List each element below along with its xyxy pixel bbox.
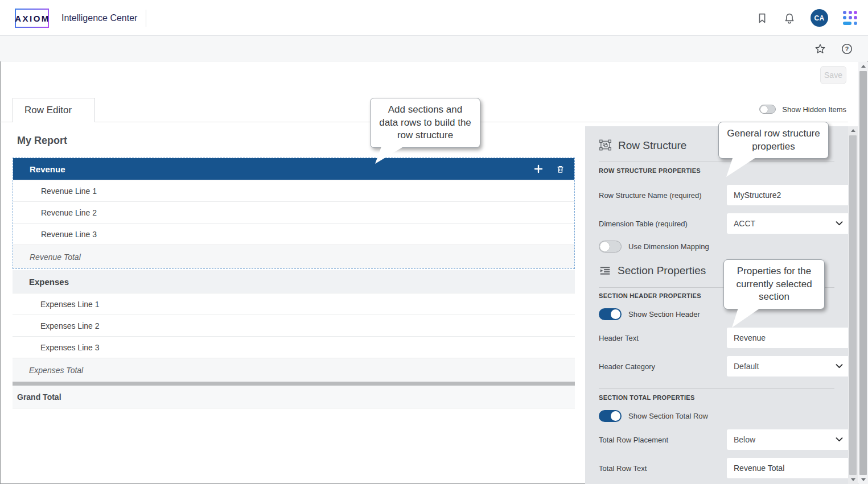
delete-section-trash-icon[interactable] (554, 163, 566, 175)
row-structure-name-field: Row Structure Name (required) (599, 185, 836, 205)
section-revenue: Revenue Revenue Line 1 Revenue Line 2 Re… (13, 158, 575, 269)
grand-total-divider (13, 382, 575, 386)
user-avatar[interactable]: CA (811, 9, 828, 27)
axiom-logo-inner: AXIOM (16, 10, 48, 27)
data-row[interactable]: Expenses Line 1 (13, 293, 575, 315)
show-section-header-toggle[interactable] (599, 308, 622, 320)
row-structure-heading: Row Structure (599, 139, 686, 152)
toggle-knob (611, 309, 620, 319)
scroll-up-arrow[interactable] (848, 126, 858, 135)
header-category-select[interactable]: Default (727, 356, 850, 377)
show-section-header-label: Show Section Header (628, 310, 700, 318)
scroll-down-arrow[interactable] (858, 475, 868, 484)
header-icons: CA (756, 0, 858, 36)
section-actions (532, 163, 566, 175)
total-row-placement-label: Total Row Placement (599, 429, 668, 450)
show-hidden-items-toggle[interactable] (759, 105, 776, 114)
report-title: My Report (17, 135, 67, 147)
scroll-up-arrow[interactable] (858, 62, 868, 71)
dimension-table-label: Dimension Table (required) (599, 213, 688, 234)
chevron-down-icon (836, 437, 843, 442)
apps-grid-dots (843, 11, 858, 26)
bookmark-icon[interactable] (756, 12, 768, 24)
total-row-text-label: Total Row Text (599, 458, 647, 478)
callout-general-properties: General row structure properties (718, 122, 829, 159)
add-row-icon[interactable] (532, 163, 545, 175)
data-row[interactable]: Expenses Line 3 (13, 336, 575, 358)
panel-divider (599, 162, 834, 162)
section-total-row[interactable]: Revenue Total (13, 245, 574, 268)
row-structure-name-input[interactable] (727, 185, 850, 205)
panel-scrollbar[interactable] (848, 126, 858, 484)
use-dimension-mapping-label: Use Dimension Mapping (628, 242, 709, 251)
chevron-down-icon (836, 221, 843, 226)
show-hidden-items-control: Show Hidden Items (759, 105, 846, 114)
chevron-down-icon (836, 364, 843, 369)
axiom-logo[interactable]: AXIOM (15, 9, 49, 28)
toggle-knob (760, 106, 768, 113)
show-section-total-row-toggle[interactable] (599, 410, 622, 422)
axiom-logo-text: AXIOM (14, 14, 50, 23)
section-header-row-expenses[interactable]: Expenses (13, 270, 575, 293)
dimension-table-value: ACCT (734, 219, 755, 228)
grand-total-row[interactable]: Grand Total (13, 386, 575, 408)
data-row[interactable]: Revenue Line 3 (13, 223, 574, 245)
save-button[interactable]: Save (820, 66, 846, 84)
data-row[interactable]: Revenue Line 1 (13, 180, 574, 201)
svg-text:?: ? (845, 45, 849, 52)
section-header-row-revenue[interactable]: Revenue (13, 158, 574, 180)
data-row[interactable]: Revenue Line 2 (13, 201, 574, 223)
dimension-mapping-control: Use Dimension Mapping (599, 241, 709, 253)
total-row-placement-value: Below (734, 435, 755, 444)
scroll-down-arrow[interactable] (848, 475, 858, 484)
total-row-placement-select[interactable]: Below (727, 429, 850, 450)
help-icon[interactable]: ? (841, 43, 853, 55)
show-hidden-items-label: Show Hidden Items (782, 105, 846, 114)
section-properties-title: Section Properties (618, 264, 706, 277)
section-properties-heading: Section Properties (599, 264, 706, 277)
section-header-label: Revenue (30, 164, 532, 174)
row-structure-icon (599, 139, 612, 152)
top-header-bar: AXIOM Intelligence Center CA (0, 0, 868, 36)
section-header-properties-caption: SECTION HEADER PROPERTIES (599, 292, 701, 299)
secondary-toolbar: ? (0, 36, 868, 61)
avatar-initials: CA (811, 9, 828, 27)
header-text-field: Header Text (599, 328, 836, 348)
total-row-placement-field: Total Row Placement Below (599, 429, 836, 450)
app-launcher-grid-icon[interactable] (843, 11, 858, 26)
total-row-text-input[interactable] (727, 458, 850, 478)
header-category-value: Default (734, 362, 759, 371)
section-total-row[interactable]: Expenses Total (13, 358, 575, 382)
row-structure-name-label: Row Structure Name (required) (599, 185, 702, 205)
data-row[interactable]: Expenses Line 2 (13, 315, 575, 336)
show-section-total-row-label: Show Section Total Row (628, 412, 708, 420)
notifications-bell-icon[interactable] (783, 12, 796, 24)
toggle-knob (600, 242, 610, 251)
page-scrollbar[interactable] (858, 62, 868, 484)
header-category-field: Header Category Default (599, 356, 836, 377)
tab-row-editor[interactable]: Row Editor (13, 98, 95, 122)
show-section-total-control: Show Section Total Row (599, 410, 708, 422)
header-divider (146, 10, 146, 27)
scrollbar-thumb[interactable] (859, 71, 867, 475)
scrollbar-thumb[interactable] (849, 135, 857, 475)
toggle-knob (611, 411, 620, 421)
total-row-text-field: Total Row Text (599, 458, 836, 478)
favorite-star-icon[interactable] (814, 43, 826, 55)
header-category-label: Header Category (599, 356, 655, 377)
row-structure-title: Row Structure (618, 139, 686, 152)
section-properties-icon (599, 264, 611, 277)
callout-section-properties: Properties for the currently selected se… (723, 259, 825, 309)
header-text-label: Header Text (599, 328, 639, 348)
row-structure-list: Revenue Revenue Line 1 Revenue Line 2 Re… (13, 158, 575, 408)
panel-divider (599, 388, 834, 389)
dimension-table-select[interactable]: ACCT (727, 213, 850, 234)
dimension-table-field: Dimension Table (required) ACCT (599, 213, 836, 234)
product-title: Intelligence Center (61, 0, 137, 36)
header-text-input[interactable] (727, 328, 850, 348)
row-structure-properties-caption: ROW STRUCTURE PROPERTIES (599, 167, 701, 174)
use-dimension-mapping-toggle[interactable] (599, 241, 622, 253)
callout-add-sections: Add sections and data rows to build the … (370, 98, 480, 148)
section-total-properties-caption: SECTION TOTAL PROPERTIES (599, 394, 695, 401)
section-expenses: Expenses Expenses Line 1 Expenses Line 2… (13, 270, 575, 382)
